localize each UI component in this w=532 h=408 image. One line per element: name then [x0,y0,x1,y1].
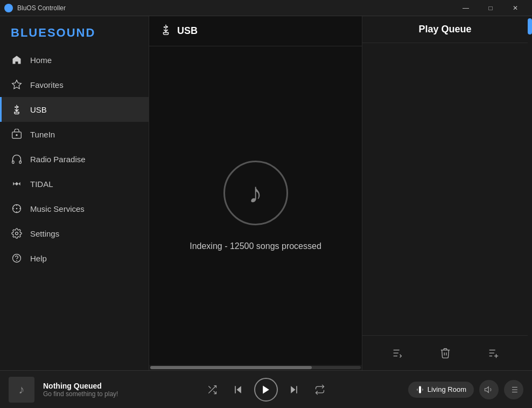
volume-icon [484,385,494,395]
nav-menu: Home Favorites USB Tune [0,47,149,370]
volume-button[interactable] [479,380,499,399]
right-scrollbar[interactable] [528,16,532,370]
svg-point-11 [16,260,17,261]
svg-point-10 [13,254,21,262]
svg-marker-25 [263,385,269,393]
album-art-note: ♪ [19,383,25,397]
logo-blue: BLUE [11,26,47,39]
home-label: Home [30,56,52,65]
content-scrollbar[interactable] [149,365,362,370]
content-area: USB ♪ Indexing - 12500 songs processed [149,16,362,370]
minimize-button[interactable]: — [453,0,478,16]
queue-icon [509,385,519,395]
track-info: Nothing Queued Go find something to play… [43,382,124,398]
queue-list-button[interactable] [504,380,523,399]
music-services-icon [11,203,23,215]
scrollbar-track [150,366,361,369]
add-to-queue-button[interactable] [484,343,503,363]
sidebar-item-home[interactable]: Home [0,47,149,72]
sidebar-item-music-services[interactable]: Music Services [0,196,149,221]
shuffle-button[interactable] [202,380,222,399]
logo: BLUESOUND [11,26,138,40]
svg-rect-13 [166,26,168,28]
fast-forward-button[interactable] [284,380,304,399]
help-label: Help [30,254,47,263]
help-icon [11,252,23,264]
svg-point-8 [16,208,18,210]
music-icon-circle: ♪ [223,161,288,225]
music-services-label: Music Services [30,204,85,213]
close-button[interactable]: ✕ [503,0,528,16]
svg-point-9 [16,232,18,235]
settings-label: Settings [30,229,59,238]
play-queue-actions [362,335,528,370]
tunein-icon [11,128,23,140]
svg-line-24 [208,386,211,388]
svg-rect-5 [12,161,14,163]
repeat-button[interactable] [310,380,330,399]
room-button[interactable]: Living Room [408,382,474,398]
rewind-button[interactable] [228,380,248,399]
track-subtitle: Go find something to play! [43,390,124,398]
play-queue-panel: Play Queue [362,16,528,370]
play-button[interactable] [254,378,278,402]
logo-white: SOUND [47,26,95,39]
svg-point-4 [16,134,17,136]
title-bar: BluOS Controller — □ ✕ [0,0,532,16]
right-scrollbar-thumb[interactable] [528,18,532,34]
star-icon [11,79,23,91]
headphone-icon [11,153,23,165]
title-bar-controls: — □ ✕ [453,0,528,16]
content-header: USB [149,16,362,46]
sidebar-item-radio-paradise[interactable]: Radio Paradise [0,147,149,171]
svg-line-23 [213,391,216,393]
content-header-icon [160,24,172,38]
right-controls: Living Room [408,380,523,399]
sidebar-item-tidal[interactable]: TIDAL [0,171,149,196]
tidal-label: TIDAL [30,179,53,189]
svg-rect-26 [419,386,421,393]
svg-rect-2 [17,106,19,108]
tunein-label: TuneIn [30,130,55,139]
music-note-icon: ♪ [249,177,263,209]
main-layout: BLUESOUND Home Favorites [0,16,532,370]
maximize-button[interactable]: □ [478,0,503,16]
content-title: USB [177,25,198,37]
indexing-status: Indexing - 12500 songs processed [190,241,321,251]
favorites-label: Favorites [30,80,64,89]
svg-point-1 [15,107,16,108]
sidebar-item-tunein[interactable]: TuneIn [0,122,149,147]
sidebar-item-usb[interactable]: USB [0,97,149,122]
track-title: Nothing Queued [43,382,124,390]
logo-area: BLUESOUND [0,16,149,47]
sidebar-item-settings[interactable]: Settings [0,221,149,246]
svg-marker-27 [485,386,489,392]
player-bar: ♪ Nothing Queued Go find something to pl… [0,370,532,408]
scrollbar-thumb[interactable] [150,366,312,369]
title-bar-text: BluOS Controller [17,4,66,12]
app-icon [4,4,13,12]
home-icon [11,54,23,66]
sort-queue-button[interactable] [388,343,407,363]
play-queue-header: Play Queue [362,16,528,43]
sidebar: BLUESOUND Home Favorites [0,16,149,370]
settings-icon [11,227,23,239]
tidal-icon [11,178,23,190]
clear-queue-button[interactable] [436,343,455,363]
speaker-icon [416,385,424,394]
usb-label: USB [30,105,47,114]
room-label: Living Room [428,385,466,393]
play-queue-title: Play Queue [373,24,517,35]
sidebar-item-favorites[interactable]: Favorites [0,72,149,97]
usb-icon [11,103,23,115]
sidebar-item-help[interactable]: Help [0,246,149,271]
svg-point-0 [5,5,12,11]
content-body: ♪ Indexing - 12500 songs processed [149,46,362,365]
title-bar-left: BluOS Controller [4,4,66,12]
play-queue-body [362,43,528,335]
album-art: ♪ [9,377,34,403]
svg-rect-6 [19,161,21,163]
player-controls [132,378,400,402]
svg-point-12 [164,26,165,28]
radio-paradise-label: Radio Paradise [30,155,86,164]
